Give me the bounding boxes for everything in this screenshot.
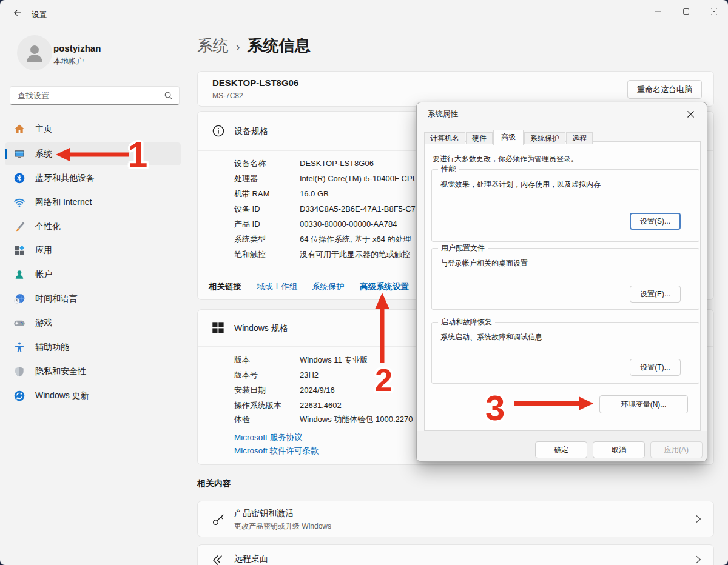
startup-recovery-settings-button[interactable]: 设置(T)...	[630, 359, 681, 376]
link-advanced-system-settings[interactable]: 高级系统设置	[360, 281, 409, 292]
user-name: postyizhan	[53, 43, 101, 53]
home-icon	[13, 123, 25, 135]
startup-recovery-group-label: 启动和故障恢复	[438, 317, 495, 327]
chevron-right-icon	[694, 555, 703, 565]
spec-row: 产品 ID00330-80000-00000-AA784	[234, 219, 397, 231]
spec-row: 版本Windows 11 专业版	[234, 355, 368, 367]
spec-row: 系统类型64 位操作系统, 基于 x64 的处理	[234, 234, 411, 246]
chevron-right-icon	[694, 514, 703, 526]
spec-value: 没有可用于此显示器的笔或触控	[300, 250, 410, 259]
spec-value: 64 位操作系统, 基于 x64 的处理	[300, 235, 411, 244]
apps-icon	[13, 244, 25, 256]
sidebar-item-home[interactable]: 主页	[5, 118, 181, 141]
sidebar-item-network[interactable]: 网络和 Internet	[5, 191, 181, 214]
sidebar-item-system[interactable]: 系统	[5, 142, 181, 165]
spec-label: 系统类型	[234, 234, 300, 245]
spec-value: DESKTOP-LST8G06	[300, 159, 374, 168]
tab-hardware[interactable]: 硬件	[466, 132, 493, 144]
sidebar-item-windows-update[interactable]: Windows 更新	[5, 384, 181, 407]
tab-remote[interactable]: 远程	[566, 132, 593, 144]
maximize-icon	[682, 8, 690, 15]
sidebar-item-label: 网络和 Internet	[35, 197, 92, 208]
user-silhouette-icon	[22, 41, 47, 65]
sidebar-item-label: 帐户	[35, 269, 52, 280]
sidebar-item-privacy-security[interactable]: 隐私和安全性	[5, 360, 181, 383]
close-button[interactable]	[700, 0, 728, 23]
dialog-footer: 确定 取消 应用(A)	[417, 431, 707, 461]
sidebar-item-accessibility[interactable]: 辅助功能	[5, 336, 181, 359]
personalization-brush-icon	[13, 221, 25, 233]
environment-variables-button[interactable]: 环境变量(N)...	[599, 395, 688, 413]
spec-label: 设备名称	[234, 158, 300, 169]
spec-label: 版本号	[234, 370, 300, 381]
sidebar-item-bluetooth-devices[interactable]: 蓝牙和其他设备	[5, 167, 181, 190]
spec-row: 版本号23H2	[234, 370, 318, 382]
sidebar-item-time-language[interactable]: 时间和语言	[5, 287, 181, 310]
spec-row: 机带 RAM16.0 GB	[234, 189, 329, 201]
user-profiles-group: 用户配置文件 与登录帐户相关的桌面设置 设置(E)...	[431, 248, 699, 310]
caption-buttons	[644, 0, 728, 23]
device-specs-title[interactable]: 设备规格	[234, 126, 268, 137]
minimize-icon	[655, 8, 662, 15]
sidebar-item-label: 蓝牙和其他设备	[35, 173, 95, 184]
spec-row: 设备 IDD334C8A5-2B6E-47A1-B8F5-C7	[234, 204, 416, 216]
tab-system-protection[interactable]: 系统保护	[524, 132, 565, 144]
search-box	[10, 86, 180, 105]
rename-pc-button[interactable]: 重命名这台电脑	[627, 80, 702, 99]
remote-desktop-title: 远程桌面	[234, 553, 268, 564]
sidebar-item-personalization[interactable]: 个性化	[5, 215, 181, 238]
search-input[interactable]	[10, 87, 179, 104]
windows-specs-title[interactable]: Windows 规格	[234, 323, 288, 334]
sidebar-item-label: 系统	[35, 149, 52, 159]
admin-note: 要进行大多数更改，你必须作为管理员登录。	[433, 154, 578, 164]
sidebar-item-apps[interactable]: 应用	[5, 239, 181, 262]
tab-computer-name[interactable]: 计算机名	[424, 132, 465, 144]
performance-settings-button[interactable]: 设置(S)...	[630, 213, 681, 230]
spec-row: 安装日期2024/9/16	[234, 385, 335, 397]
spec-value: 22631.4602	[300, 401, 342, 410]
spec-value: 23H2	[300, 370, 318, 379]
spec-label: 体验	[234, 414, 300, 425]
link-ms-software-license[interactable]: Microsoft 软件许可条款	[234, 446, 319, 456]
remote-desktop-card[interactable]: 远程桌面	[197, 544, 714, 565]
link-system-protection[interactable]: 系统保护	[312, 281, 345, 292]
maximize-button[interactable]	[672, 0, 700, 23]
breadcrumb-parent[interactable]: 系统	[197, 35, 229, 56]
avatar[interactable]	[17, 35, 52, 70]
system-properties-dialog: 系统属性 计算机名 硬件 高级 系统保护 远程 要进行大多数更改，你必须作为管理…	[416, 102, 707, 462]
related-content-heading: 相关内容	[197, 478, 231, 489]
related-links-label: 相关链接	[209, 281, 241, 292]
spec-row: 笔和触控没有可用于此显示器的笔或触控	[234, 249, 410, 261]
performance-group: 性能 视觉效果，处理器计划，内存使用，以及虚拟内存 设置(S)...	[431, 169, 699, 242]
user-profiles-settings-button[interactable]: 设置(E)...	[630, 286, 681, 303]
spec-row: 操作系统版本22631.4602	[234, 400, 342, 412]
spec-value: 2024/9/16	[300, 386, 335, 395]
dialog-close-button[interactable]	[680, 106, 701, 122]
sidebar-item-gaming[interactable]: 游戏	[5, 312, 181, 335]
startup-recovery-group-text: 系统启动、系统故障和调试信息	[440, 332, 542, 343]
product-key-card[interactable]: 产品密钥和激活 更改产品密钥或升级 Windows	[197, 501, 714, 537]
sidebar-item-label: 应用	[35, 245, 52, 256]
minimize-button[interactable]	[644, 0, 672, 23]
link-ms-services-agreement[interactable]: Microsoft 服务协议	[234, 432, 303, 443]
tab-advanced[interactable]: 高级	[493, 130, 524, 145]
spec-row: 设备名称DESKTOP-LST8G06	[234, 158, 374, 170]
spec-label: 版本	[234, 355, 300, 366]
sidebar-item-accounts[interactable]: 帐户	[5, 263, 181, 286]
device-name: DESKTOP-LST8G06	[212, 78, 298, 88]
spec-label: 机带 RAM	[234, 189, 300, 199]
spec-label: 操作系统版本	[234, 400, 300, 411]
dialog-tab-strip: 计算机名 硬件 高级 系统保护 远程	[424, 130, 593, 144]
breadcrumb-separator: ›	[236, 40, 240, 54]
product-key-title: 产品密钥和激活	[234, 508, 294, 519]
link-domain-workgroup[interactable]: 域或工作组	[257, 281, 298, 292]
spec-row: 处理器Intel(R) Core(TM) i5-10400F CPU	[234, 173, 418, 186]
info-icon	[211, 124, 226, 141]
sidebar-item-label: 隐私和安全性	[35, 366, 86, 377]
sidebar-item-label: Windows 更新	[35, 390, 89, 401]
back-button[interactable]	[8, 6, 27, 22]
ok-button[interactable]: 确定	[535, 441, 587, 458]
cancel-button[interactable]: 取消	[593, 441, 645, 458]
breadcrumb: 系统 › 系统信息	[197, 35, 311, 56]
sidebar-item-label: 游戏	[35, 318, 52, 329]
